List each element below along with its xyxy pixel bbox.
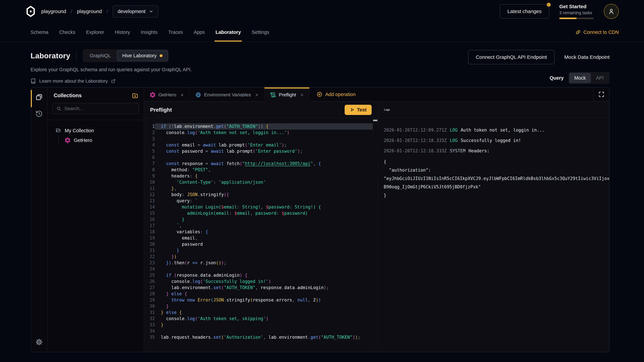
new-collection-button[interactable] [132,92,138,99]
code-line-23[interactable]: 23 }).then(r => r.json()); [144,260,378,266]
graphql-icon [65,137,70,143]
toggle-option-hive-laboratory[interactable]: Hive Laboratory [117,50,168,61]
code-line-33[interactable]: 33} [144,322,378,328]
editor-scrollbar[interactable] [373,118,378,352]
line-number: 32 [144,316,155,322]
page-header: Laboratory GraphiQL Hive Laboratory Expl… [0,42,644,87]
connect-graphql-api-endpoint-button[interactable]: Connect GraphQL API Endpoint [468,50,554,64]
code-line-35[interactable]: 35lab.request.headers.set('Authorization… [144,334,378,340]
graphql-icon [150,92,156,98]
code-line-10[interactable]: 10 'Content-Type': 'application/json' [144,179,378,185]
code-editor[interactable]: 1if (!lab.environment.get("AUTH_TOKEN"))… [144,118,378,352]
collection-folder-my-collection[interactable]: My Collection [48,126,144,135]
nav-tab-schema[interactable]: Schema [25,23,54,41]
tab-label: GetHero [158,92,176,97]
nav-tab-traces[interactable]: Traces [163,23,188,41]
code-line-7[interactable]: 7 const response = await fetch("http://l… [144,161,378,167]
collections-rail-button[interactable] [34,91,44,103]
collections-search[interactable] [52,103,139,114]
code-line-16[interactable]: 16 } [144,216,378,223]
user-avatar[interactable] [604,4,619,19]
code-line-19[interactable]: 19 email, [144,235,378,241]
code-line-17[interactable]: 17 `, [144,223,378,229]
history-rail-button[interactable] [34,108,44,119]
nav-tab-explorer[interactable]: Explorer [81,23,110,41]
line-number: 35 [144,334,155,340]
breadcrumb: playground / playground / development [41,5,158,17]
code-line-22[interactable]: 22 }) [144,254,378,260]
connect-to-cdn-link[interactable]: Connect to CDN [576,29,619,35]
tab-environment-variables[interactable]: Environment Variables× [190,87,264,102]
code-line-3[interactable]: 3 [144,136,378,142]
breadcrumb-project[interactable]: playground [77,8,102,14]
settings-rail-button[interactable] [34,337,44,348]
code-line-31[interactable]: 31} else { [144,309,378,316]
code-line-30[interactable]: 30 } [144,303,378,309]
nav-tab-checks[interactable]: Checks [54,23,81,41]
mock-data-endpoint-button[interactable]: Mock Data Endpoint [564,54,610,60]
log-json-line: { [384,158,609,166]
code-line-6[interactable]: 6 [144,154,378,161]
logs-body[interactable]: 2026-01-26T12:12:09.271ZLOGAuth token no… [378,118,609,352]
code-line-14[interactable]: 14 mutation Login($email: String!, $pass… [144,204,378,210]
code-line-12[interactable]: 12 body: JSON.stringify({ [144,192,378,198]
code-line-11[interactable]: 11 }, [144,185,378,192]
code-text: } [155,247,373,254]
target-selector-dropdown[interactable]: development [113,5,158,17]
nav-tab-settings[interactable]: Settings [246,23,274,41]
code-line-24[interactable]: 24 [144,266,378,272]
editor-scrollbar-thumb[interactable] [373,120,377,121]
get-started-widget[interactable]: Get Started 3 remaining tasks [559,4,594,19]
logs-title: Logs [384,108,390,111]
query-mode-mock[interactable]: Mock [569,73,591,83]
code-line-21[interactable]: 21 } [144,247,378,254]
toggle-option-graphiql[interactable]: GraphiQL [84,50,117,61]
query-mode-api[interactable]: API [591,73,609,83]
code-line-1[interactable]: 1if (!lab.environment.get("AUTH_TOKEN"))… [144,123,378,130]
hive-logo-icon[interactable] [25,6,36,17]
tab-gethero[interactable]: GetHero× [144,87,190,102]
code-line-20[interactable]: 20 password [144,241,378,247]
connect-to-cdn-label: Connect to CDN [584,29,619,35]
header-actions: Latest changes Get Started 3 remaining t… [500,4,619,19]
latest-changes-button[interactable]: Latest changes [500,4,549,18]
nav-tab-insights[interactable]: Insights [135,23,163,41]
collection-operation-gethero[interactable]: GetHero [59,135,144,145]
tab-preflight[interactable]: Preflight× [264,87,310,102]
add-operation-button[interactable]: Add operation [310,87,363,102]
code-line-15[interactable]: 15 adminLogin(email: $email, password: $… [144,210,378,216]
learn-more-link[interactable]: Learn more about the Laboratory [30,78,192,84]
line-number: 1 [144,123,155,130]
code-line-32[interactable]: 32 console.log('Auth token set, skipping… [144,316,378,322]
collections-search-input[interactable] [64,106,135,111]
fullscreen-button[interactable] [593,87,609,102]
code-line-34[interactable]: 34 [144,328,378,334]
code-line-26[interactable]: 26 console.log('Successfully logged in!'… [144,278,378,285]
line-number: 14 [144,204,155,210]
code-line-8[interactable]: 8 method: "POST", [144,167,378,173]
workspace-area: GetHero×Environment Variables×Preflight×… [144,87,609,352]
code-line-29[interactable]: 29 throw new Error(JSON.stringify(respon… [144,297,378,303]
code-line-2[interactable]: 2 console.log('Auth token not set, loggi… [144,130,378,136]
code-line-18[interactable]: 18 variables: { [144,229,378,235]
code-line-13[interactable]: 13 query: ` [144,198,378,204]
code-text: query: ` [155,198,373,204]
code-line-28[interactable]: 28 } else { [144,291,378,297]
nav-tab-apps[interactable]: Apps [188,23,210,41]
collections-tree: My Collection [48,120,144,145]
close-tab-icon[interactable]: × [300,92,304,97]
breadcrumb-org[interactable]: playground [41,8,66,14]
code-line-5[interactable]: 5 const password = await lab.prompt('Ent… [144,148,378,154]
line-number: 20 [144,241,155,247]
nav-tab-laboratory[interactable]: Laboratory [210,23,246,41]
code-text: const email = await lab.prompt('Enter em… [155,142,373,148]
code-line-4[interactable]: 4 const email = await lab.prompt('Enter … [144,142,378,148]
close-tab-icon[interactable]: × [180,92,184,97]
code-line-9[interactable]: 9 headers: { [144,173,378,179]
nav-tab-history[interactable]: History [110,23,135,41]
log-json-line: "eyJhbGciOiJIUzI1NiIsInR5cCI6IkpXVCJ9.ey… [384,174,609,183]
test-button[interactable]: Test [345,105,372,115]
close-tab-icon[interactable]: × [256,92,258,97]
code-line-27[interactable]: 27 lab.environment.set("AUTH_TOKEN", res… [144,285,378,291]
code-line-25[interactable]: 25 if (response.data.adminLogin) { [144,272,378,278]
